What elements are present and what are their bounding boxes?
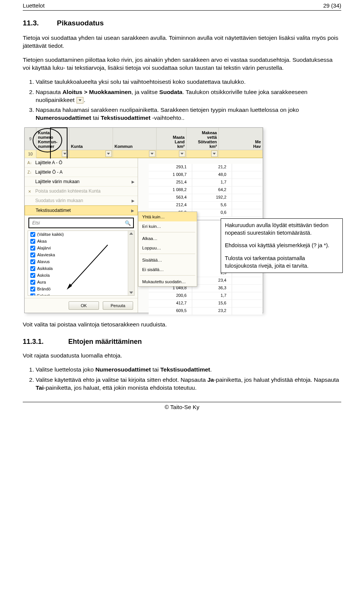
filter-not-contains[interactable]: Ei sisällä… bbox=[138, 265, 197, 274]
intro-para-2: Tietojen suodattaminen piilottaa koko ri… bbox=[23, 56, 341, 72]
filter-button[interactable] bbox=[149, 151, 155, 157]
row-header-10[interactable]: 10 bbox=[25, 150, 36, 158]
callout-box: Hakuruudun avulla löydät etsittävän tied… bbox=[221, 218, 343, 273]
search-field[interactable]: 🔍 bbox=[28, 218, 134, 228]
search-icon: 🔍 bbox=[125, 220, 131, 226]
column-makeaa-vetta: MakeaavettäSötvattenkm² bbox=[187, 128, 219, 150]
divider bbox=[23, 10, 341, 11]
para-ehdot: Voit rajata suodatusta luomalla ehtoja. bbox=[23, 352, 341, 360]
callout-p3: Tulosta voi tarkentaa poistamalla tulosj… bbox=[225, 255, 339, 270]
checkbox[interactable] bbox=[30, 252, 35, 257]
checkbox[interactable] bbox=[30, 266, 35, 271]
clear-filter-icon: ⨯ bbox=[27, 188, 33, 194]
filter-button[interactable] bbox=[179, 151, 185, 157]
annotation-arrow bbox=[66, 241, 111, 290]
checkbox[interactable] bbox=[30, 287, 35, 292]
steps-list-1: Valitse taulukkoalueelta yksi solu tai v… bbox=[23, 78, 341, 122]
header-left: Luettelot bbox=[23, 2, 45, 9]
filter-not-equals[interactable]: Eri kuin… bbox=[138, 221, 197, 231]
column-kunta: Kunta bbox=[69, 128, 113, 150]
step-3: Napsauta haluamasi sarakkeen nuolipainik… bbox=[36, 106, 341, 122]
heading-11-3: 11.3.Pikasuodatus bbox=[23, 19, 341, 27]
para-after-shot: Voit valita tai poistaa valintoja tietos… bbox=[23, 321, 341, 329]
column-kommun: Kommun bbox=[113, 128, 157, 150]
text-filter-submenu: Yhtä kuin… Eri kuin… Alkaa… Loppuu… Sisä… bbox=[138, 212, 197, 287]
excel-screenshot: 9 10 KuntanumeroKommun-nummer Kunta Komm… bbox=[24, 127, 263, 313]
text-filters[interactable]: Tekstisuodattimet▶ bbox=[25, 205, 138, 215]
checkbox[interactable] bbox=[30, 280, 35, 285]
callout-p1: Hakuruudun avulla löydät etsittävän tied… bbox=[225, 222, 339, 237]
filter-ends[interactable]: Loppuu… bbox=[138, 243, 197, 252]
sort-az[interactable]: A↓Lajittele A - Ö bbox=[25, 158, 138, 168]
step-1: Valitse taulukkoalueelta yksi solu tai v… bbox=[36, 78, 341, 86]
clear-filter: ⨯Poista suodatin kohteesta Kunta bbox=[25, 187, 138, 196]
dropdown-icon bbox=[77, 97, 83, 103]
scrollbar[interactable] bbox=[128, 231, 134, 295]
intro-para-1: Tietoja voi suodattaa yhden tai usean sa… bbox=[23, 34, 341, 50]
filter-button[interactable] bbox=[105, 151, 112, 157]
sort-by-color[interactable]: Lajittele värin mukaan▶ bbox=[25, 177, 138, 187]
checkbox[interactable] bbox=[30, 246, 35, 251]
checkbox[interactable] bbox=[30, 232, 35, 237]
filter-by-color: Suodatus värin mukaan▶ bbox=[25, 196, 138, 205]
checkbox[interactable] bbox=[30, 273, 35, 278]
filter-button[interactable] bbox=[211, 151, 218, 157]
annotation-box bbox=[50, 127, 67, 158]
ok-button[interactable]: OK bbox=[69, 301, 99, 310]
filter-contains[interactable]: Sisältää… bbox=[138, 255, 197, 265]
filter-custom[interactable]: Mukautettu suodatin… bbox=[138, 277, 197, 286]
chevron-right-icon: ▶ bbox=[131, 209, 134, 213]
step2-1: Valitse luettelosta joko Numerosuodattim… bbox=[36, 366, 341, 374]
checkbox[interactable] bbox=[30, 259, 35, 264]
svg-line-0 bbox=[69, 245, 108, 287]
steps-list-2: Valitse luettelosta joko Numerosuodattim… bbox=[23, 366, 341, 392]
chevron-right-icon: ▶ bbox=[132, 180, 135, 184]
filter-equals[interactable]: Yhtä kuin… bbox=[138, 212, 197, 221]
step-2: Napsauta Aloitus > Muokkaaminen, ja vali… bbox=[36, 88, 341, 104]
filter-begins[interactable]: Alkaa… bbox=[138, 234, 197, 243]
column-maata: MaataLandkm² bbox=[157, 128, 187, 150]
checkbox[interactable] bbox=[30, 293, 35, 296]
heading-11-3-1: 11.3.1.Ehtojen määrittäminen bbox=[23, 338, 341, 346]
sort-desc-icon: Z↓ bbox=[27, 169, 33, 175]
search-input[interactable] bbox=[31, 220, 125, 226]
cancel-button[interactable]: Peruuta bbox=[103, 301, 133, 310]
callout-p2: Ehdoissa voi käyttää yleismerkkejä (? ja… bbox=[225, 242, 339, 249]
step2-2: Valitse käytettävä ehto ja valitse tai k… bbox=[36, 376, 341, 392]
sort-za[interactable]: Z↓Lajittele Ö - A bbox=[25, 168, 138, 177]
checkbox[interactable] bbox=[30, 239, 35, 244]
footer: © Taito-Se Ky bbox=[23, 402, 341, 410]
sort-asc-icon: A↓ bbox=[27, 160, 33, 166]
chevron-right-icon: ▶ bbox=[132, 199, 135, 203]
column-me: MeHav bbox=[219, 128, 263, 150]
header-right: 29 (34) bbox=[323, 2, 341, 9]
